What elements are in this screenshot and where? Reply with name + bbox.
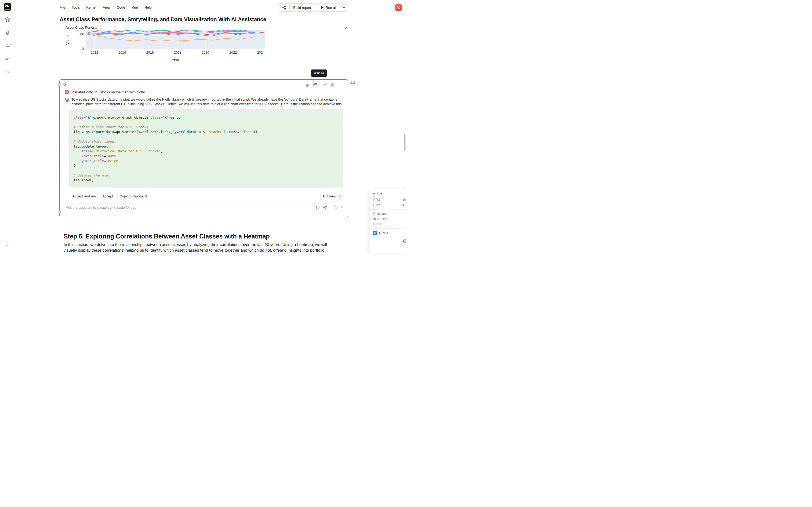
ellipsis-glyph: ⋯: [5, 243, 10, 249]
machine-selector[interactable]: CPU S: [373, 231, 406, 235]
machine-label: CPU S: [379, 231, 389, 235]
cell-layout-icon[interactable]: [313, 83, 319, 87]
status-dot: [373, 192, 375, 194]
share-button[interactable]: [278, 4, 290, 11]
assistant-message: To visualize US Stocks data on a plot, w…: [71, 97, 345, 106]
background-jobs: [373, 239, 406, 243]
divider: [369, 228, 406, 229]
more-options-icon[interactable]: ⋯: [338, 82, 343, 88]
menu-view[interactable]: View: [103, 5, 110, 9]
run-all-play-icon: [321, 6, 324, 9]
send-prompt-icon[interactable]: [323, 205, 327, 210]
chevron-down-icon: [318, 84, 319, 86]
menu-help[interactable]: Help: [145, 5, 152, 9]
run-options-button[interactable]: [340, 4, 348, 11]
prompt-history-icon[interactable]: [315, 205, 320, 210]
build-report-label: Build report: [293, 6, 311, 10]
section-paragraph: In this section, we delve into the relat…: [64, 242, 338, 253]
x-axis-label: Year: [165, 58, 186, 62]
menu-file[interactable]: File: [60, 5, 65, 9]
notebook-title: Asset Class Performance, Storytelling, a…: [60, 16, 266, 22]
trash-icon: [331, 83, 334, 87]
run-all-button[interactable]: Run all: [317, 4, 340, 11]
assistant-message-row: To visualize US Stocks data on a plot, w…: [65, 97, 345, 106]
menu-run[interactable]: Run: [132, 5, 138, 9]
cell-actions: @ + ⋯: [305, 82, 343, 88]
add-sheet-button[interactable]: +: [100, 24, 106, 30]
delete-cell-icon[interactable]: [331, 83, 334, 87]
sidebar-more-icon[interactable]: ⋯: [4, 242, 11, 249]
accept-and-run-button[interactable]: Accept and run: [72, 194, 96, 198]
run-group: Run all: [317, 3, 348, 11]
app-logo-text: DL: [5, 4, 9, 7]
stat-value: 1 GB: [400, 203, 406, 207]
computation-counters: Calculated13In process0Errors0: [373, 212, 406, 226]
generation-status-icon: [334, 206, 338, 209]
code-line: yaxis_title='Price': [73, 159, 339, 163]
accept-button[interactable]: Accept: [102, 194, 113, 198]
outline-icon[interactable]: [4, 55, 11, 61]
app-logo[interactable]: DL: [4, 3, 11, 11]
report-group: Build report: [278, 3, 315, 11]
python-code: class="k">import plotly.graph_objects cl…: [69, 113, 344, 183]
build-report-button[interactable]: Build report: [290, 4, 314, 11]
stat-label: Errors: [373, 222, 382, 226]
page-scrollbar-thumb[interactable]: [404, 134, 405, 151]
x-tick-label: 2020: [202, 51, 209, 54]
menu-tools[interactable]: Tools: [72, 5, 80, 9]
main-menu: FileToolsKernelViewCodeRunHelp: [60, 5, 152, 9]
x-tick-label: 2016: [146, 51, 154, 54]
code-line: fig = go.Figure(data=go.Scatter(x=etf_da…: [73, 129, 339, 134]
frame-icon: [313, 83, 317, 87]
share-icon: [282, 6, 286, 10]
chart-line-orange: [88, 34, 264, 41]
environment-icon[interactable]: [4, 42, 11, 49]
resource-usage: CPU0%RAM1 GB: [373, 198, 406, 207]
divider: [369, 209, 406, 210]
stat-value: 0: [406, 217, 406, 221]
user-avatar[interactable]: AD: [395, 4, 402, 11]
code-line: [73, 120, 339, 125]
code-line: title='Historical Data for U.S. Stocks',: [73, 149, 339, 154]
variables-icon[interactable]: { }: [4, 68, 11, 74]
stat-value: 13: [404, 212, 406, 216]
code-line: # Update chart layout: [73, 139, 339, 144]
datalore-notebook-app: DL { } ⋯ FileToolsKernelViewCodeRunHelp …: [0, 0, 406, 253]
add-cell-icon[interactable]: +: [324, 82, 326, 87]
cell-handle-top[interactable]: [58, 83, 61, 86]
diff-view-dropdown[interactable]: Diff view: [323, 194, 341, 198]
avatar-initials: AD: [65, 91, 68, 93]
run-cell-button[interactable]: [63, 83, 66, 87]
comment-icon[interactable]: [351, 80, 355, 86]
diff-view-label: Diff view: [323, 194, 336, 198]
line-chart[interactable]: [86, 30, 265, 49]
stat-label: Calculated: [373, 212, 389, 216]
ask-ai-cell-icon[interactable]: @: [305, 83, 309, 87]
suggestion-actions: Accept and run Accept Copy to clipboard: [72, 194, 147, 198]
menu-code[interactable]: Code: [117, 5, 125, 9]
attachments-icon[interactable]: [4, 29, 11, 36]
notebooks-list-icon[interactable]: [4, 16, 11, 23]
ai-prompt-input[interactable]: [63, 206, 315, 210]
menu-kernel[interactable]: Kernel: [86, 5, 96, 9]
y-tick-label: 50k: [75, 33, 84, 36]
chevron-down-icon: [338, 195, 341, 197]
ask-ai-button[interactable]: Ask AI: [311, 69, 327, 77]
copy-to-clipboard-button[interactable]: Copy to clipboard: [119, 194, 147, 198]
plus-icon: +: [324, 82, 326, 87]
stat-row: RAM1 GB: [373, 203, 406, 207]
ellipsis-icon: ⋯: [338, 82, 343, 88]
stat-value: 0: [406, 222, 406, 226]
section-heading: Step 6. Exploring Correlations Between A…: [64, 233, 269, 240]
user-message: Visualize only US Stocks on the map with…: [71, 90, 145, 94]
printer-icon[interactable]: [403, 239, 406, 243]
cell-handle-bottom[interactable]: [58, 211, 61, 214]
collapse-output-icon[interactable]: [344, 25, 347, 30]
stat-label: In process: [373, 217, 388, 221]
close-ai-icon[interactable]: ✕: [341, 205, 344, 209]
braces-glyph: { }: [5, 69, 10, 73]
stat-value: 0%: [403, 198, 406, 202]
chart-plot-area[interactable]: [86, 30, 265, 49]
suggested-code-block: class="k">import plotly.graph_objects cl…: [69, 109, 344, 187]
x-tick-label: 2018: [174, 51, 182, 54]
